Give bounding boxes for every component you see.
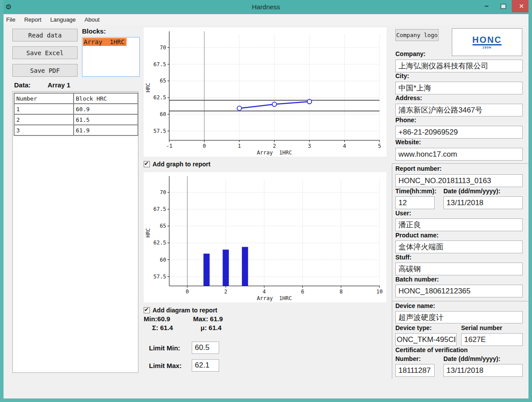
report-number-label: Report number: — [395, 165, 442, 172]
limit-min-input[interactable] — [192, 342, 219, 354]
company-logo-image: HONC 290H — [452, 28, 522, 56]
add-graph-checkrow: Add graph to report — [144, 161, 210, 168]
logo-brand-text: HONC — [472, 35, 502, 45]
user-input[interactable] — [395, 218, 523, 231]
svg-text:67.5: 67.5 — [153, 61, 166, 68]
svg-text:0: 0 — [186, 289, 189, 295]
svg-text:67.5: 67.5 — [153, 206, 166, 212]
svg-text:HRC: HRC — [145, 228, 151, 238]
product-name-input[interactable] — [395, 240, 523, 253]
svg-text:62.5: 62.5 — [153, 94, 166, 101]
logo-sub-text: 290H — [483, 46, 492, 49]
stat-max: Max: 61.9 — [193, 315, 223, 323]
maximize-button[interactable] — [495, 0, 512, 12]
svg-text:0: 0 — [203, 143, 206, 149]
company-input[interactable] — [395, 60, 523, 72]
blocks-list-item[interactable]: Array 1HRC — [83, 38, 126, 46]
stuff-input[interactable] — [395, 263, 523, 275]
data-label: Data: — [14, 81, 31, 89]
website-label: Website: — [395, 139, 421, 146]
titlebar: ⚙ Hardness – ✕ — [0, 0, 532, 14]
menu-language[interactable]: Language — [46, 15, 80, 24]
data-array-label: Array 1 — [48, 81, 71, 89]
device-type-input[interactable] — [395, 333, 457, 346]
data-table: Number Block HRC 160.9261.5361.9 — [14, 93, 138, 136]
report-number-input[interactable] — [395, 174, 523, 187]
svg-text:2: 2 — [273, 143, 276, 149]
device-name-input[interactable] — [395, 311, 523, 323]
table-header-row: Number Block HRC — [14, 93, 138, 104]
cert-number-label: Number: — [395, 355, 421, 362]
batch-number-input[interactable] — [395, 285, 523, 297]
table-row[interactable]: 361.9 — [14, 125, 138, 135]
column-header-number: Number — [14, 93, 74, 104]
minimize-button[interactable]: – — [478, 0, 495, 12]
add-diagram-checkrow: Add diagram to report — [144, 307, 217, 314]
serial-number-input[interactable] — [461, 333, 523, 346]
city-input[interactable] — [395, 82, 523, 94]
user-label: User: — [395, 210, 411, 217]
address-label: Address: — [395, 94, 422, 101]
limit-max-label: Limit Max: — [149, 362, 182, 369]
batch-number-label: Batch number: — [395, 276, 439, 283]
phone-label: Phone: — [395, 116, 416, 124]
svg-text:1: 1 — [238, 143, 241, 149]
svg-text:65: 65 — [160, 78, 166, 84]
save-pdf-button[interactable]: Save PDF — [12, 64, 78, 77]
svg-text:65: 65 — [160, 223, 166, 229]
date-label: Date (dd/mm/yyyy): — [443, 188, 500, 195]
add-diagram-label: Add diagram to report — [153, 307, 217, 314]
website-input[interactable] — [395, 148, 523, 161]
serial-number-label: Serial number — [461, 324, 502, 331]
device-type-label: Device type: — [395, 324, 432, 331]
menu-about[interactable]: About — [80, 15, 104, 24]
city-label: City: — [395, 72, 409, 79]
table-row[interactable]: 261.5 — [14, 114, 138, 125]
svg-text:60: 60 — [160, 257, 166, 263]
table-cell[interactable]: 1 — [14, 104, 74, 114]
svg-text:57.5: 57.5 — [153, 128, 166, 134]
stuff-label: Stuff: — [395, 254, 412, 261]
blocks-listbox[interactable]: Array 1HRC — [82, 37, 140, 77]
date-input[interactable] — [443, 196, 523, 209]
limit-max-input[interactable] — [192, 359, 219, 372]
bar-chart: 57.56062.56567.5700246810Array 1HRCHRC — [144, 172, 387, 302]
svg-text:57.5: 57.5 — [153, 274, 166, 280]
save-excel-button[interactable]: Save Excel — [12, 46, 78, 59]
time-label: Time(hh:mm): — [395, 188, 436, 195]
svg-text:Array 1HRC: Array 1HRC — [257, 295, 292, 301]
cert-date-input[interactable] — [443, 364, 523, 377]
stat-mean: μ: 61.4 — [201, 324, 222, 331]
read-data-button[interactable]: Read data — [12, 29, 78, 41]
company-logo-button[interactable]: Company logo — [395, 29, 439, 41]
time-input[interactable] — [395, 196, 435, 209]
close-button[interactable]: ✕ — [512, 0, 531, 12]
add-graph-checkbox[interactable] — [144, 161, 150, 167]
phone-input[interactable] — [395, 126, 523, 139]
menu-report[interactable]: Report — [20, 15, 46, 24]
svg-text:62.5: 62.5 — [153, 240, 166, 246]
table-cell[interactable]: 61.5 — [74, 114, 138, 125]
column-header-block-hrc: Block HRC — [74, 93, 138, 104]
svg-text:4: 4 — [263, 289, 266, 295]
table-cell[interactable]: 3 — [14, 125, 74, 135]
line-chart: 57.56062.56567.570-1012345Array 1HRCHRC — [144, 27, 387, 157]
window-controls: – ✕ — [478, 0, 531, 12]
svg-text:8: 8 — [339, 289, 342, 295]
address-input[interactable] — [395, 104, 523, 116]
table-cell[interactable]: 60.9 — [74, 104, 138, 114]
svg-text:3: 3 — [308, 143, 311, 149]
table-cell[interactable]: 2 — [14, 114, 74, 125]
menu-bar: File Report Language About — [0, 14, 532, 25]
table-row[interactable]: 160.9 — [14, 104, 138, 114]
svg-text:2: 2 — [224, 289, 227, 295]
cert-date-label: Date (dd/mm/yyyy): — [443, 355, 500, 362]
window-title: Hardness — [0, 3, 532, 11]
certificate-label: Certificate of verification — [395, 346, 468, 353]
add-diagram-checkbox[interactable] — [144, 307, 150, 313]
table-cell[interactable]: 61.9 — [74, 125, 138, 135]
svg-text:4: 4 — [343, 143, 346, 149]
menu-file[interactable]: File — [2, 15, 20, 24]
add-graph-label: Add graph to report — [153, 161, 210, 168]
cert-number-input[interactable] — [395, 364, 435, 377]
